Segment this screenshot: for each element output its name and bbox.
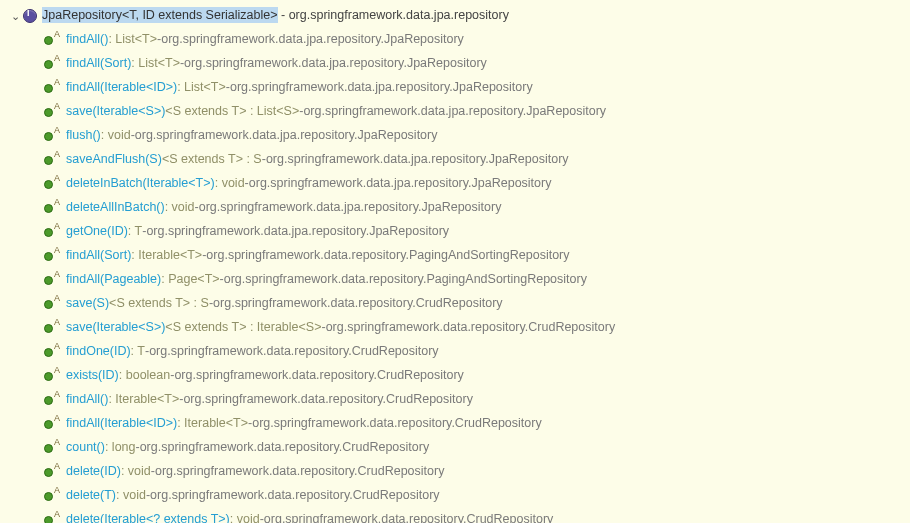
method-location: org.springframework.data.repository.Crud… [174, 369, 463, 383]
method-row[interactable]: A save(Iterable<S>) <S extends T> : List… [8, 100, 902, 124]
method-return: : List<T> [108, 33, 157, 47]
method-location: org.springframework.data.jpa.repository.… [230, 81, 533, 95]
method-name: flush() [66, 129, 101, 143]
method-name: deleteAllInBatch() [66, 201, 165, 215]
method-public-icon: A [44, 440, 62, 456]
method-return: <S extends T> : List<S> [165, 105, 299, 119]
method-public-icon: A [44, 224, 62, 240]
method-name: findAll(Sort) [66, 249, 131, 263]
method-return: : void [230, 513, 260, 523]
method-name: count() [66, 441, 105, 455]
method-row[interactable]: A getOne(ID) : T - org.springframework.d… [8, 220, 902, 244]
method-row[interactable]: A deleteInBatch(Iterable<T>) : void - or… [8, 172, 902, 196]
method-return: : Iterable<T> [108, 393, 179, 407]
method-row[interactable]: A deleteAllInBatch() : void - org.spring… [8, 196, 902, 220]
method-public-icon: A [44, 488, 62, 504]
method-row[interactable]: A findAll() : Iterable<T> - org.springfr… [8, 388, 902, 412]
method-return: : boolean [119, 369, 170, 383]
method-location: org.springframework.data.jpa.repository.… [161, 33, 464, 47]
expand-arrow-icon[interactable]: ⌄ [8, 10, 22, 22]
method-public-icon: A [44, 296, 62, 312]
method-name: getOne(ID) [66, 225, 128, 239]
method-return: <S extends T> : Iterable<S> [165, 321, 321, 335]
method-public-icon: A [44, 152, 62, 168]
method-row[interactable]: A findAll(Iterable<ID>) : Iterable<T> - … [8, 412, 902, 436]
method-location: org.springframework.data.repository.Pagi… [224, 273, 587, 287]
method-location: org.springframework.data.repository.Pagi… [206, 249, 569, 263]
method-name: saveAndFlush(S) [66, 153, 162, 167]
method-name: delete(T) [66, 489, 116, 503]
method-return: : void [165, 201, 195, 215]
method-name: delete(ID) [66, 465, 121, 479]
method-location: org.springframework.data.repository.Crud… [326, 321, 615, 335]
method-return: <S extends T> : S [162, 153, 262, 167]
method-name: findAll(Pageable) [66, 273, 161, 287]
method-return: : void [215, 177, 245, 191]
method-row[interactable]: A findAll() : List<T> - org.springframew… [8, 28, 902, 52]
class-package: org.springframework.data.jpa.repository [289, 8, 509, 22]
method-name: deleteInBatch(Iterable<T>) [66, 177, 215, 191]
class-fqn: JpaRepository<T, ID extends Serializable… [42, 9, 509, 23]
method-public-icon: A [44, 248, 62, 264]
method-return: : T [131, 345, 145, 359]
method-name: save(Iterable<S>) [66, 105, 165, 119]
method-row[interactable]: A flush() : void - org.springframework.d… [8, 124, 902, 148]
method-return: : long [105, 441, 136, 455]
method-public-icon: A [44, 272, 62, 288]
method-location: org.springframework.data.repository.Crud… [149, 345, 438, 359]
method-public-icon: A [44, 416, 62, 432]
method-row[interactable]: A findAll(Sort) : Iterable<T> - org.spri… [8, 244, 902, 268]
method-public-icon: A [44, 392, 62, 408]
method-return: : List<T> [177, 81, 226, 95]
interface-icon [22, 8, 38, 24]
method-name: findAll() [66, 393, 108, 407]
method-location: org.springframework.data.jpa.repository.… [303, 105, 606, 119]
method-location: org.springframework.data.repository.Crud… [183, 393, 472, 407]
method-name: exists(ID) [66, 369, 119, 383]
method-public-icon: A [44, 56, 62, 72]
method-name: findOne(ID) [66, 345, 131, 359]
method-row[interactable]: A findOne(ID) : T - org.springframework.… [8, 340, 902, 364]
method-return: : Iterable<T> [131, 249, 202, 263]
method-return: : T [128, 225, 142, 239]
method-location: org.springframework.data.jpa.repository.… [135, 129, 438, 143]
method-public-icon: A [44, 368, 62, 384]
method-location: org.springframework.data.repository.Crud… [213, 297, 502, 311]
method-row[interactable]: A findAll(Iterable<ID>) : List<T> - org.… [8, 76, 902, 100]
method-name: findAll(Iterable<ID>) [66, 81, 177, 95]
method-return: : Page<T> [161, 273, 219, 287]
method-row[interactable]: A save(Iterable<S>) <S extends T> : Iter… [8, 316, 902, 340]
method-name: findAll() [66, 33, 108, 47]
type-pkg-sep: - [281, 8, 289, 22]
method-location: org.springframework.data.jpa.repository.… [184, 57, 487, 71]
method-return: : void [101, 129, 131, 143]
method-location: org.springframework.data.repository.Crud… [264, 513, 553, 523]
method-public-icon: A [44, 344, 62, 360]
method-public-icon: A [44, 104, 62, 120]
method-location: org.springframework.data.repository.Crud… [252, 417, 541, 431]
method-row[interactable]: A delete(Iterable<? extends T>) : void -… [8, 508, 902, 523]
method-name: findAll(Iterable<ID>) [66, 417, 177, 431]
method-public-icon: A [44, 32, 62, 48]
method-row[interactable]: A saveAndFlush(S) <S extends T> : S - or… [8, 148, 902, 172]
method-return: : void [121, 465, 151, 479]
method-public-icon: A [44, 176, 62, 192]
method-row[interactable]: A delete(ID) : void - org.springframewor… [8, 460, 902, 484]
method-row[interactable]: A findAll(Sort) : List<T> - org.springfr… [8, 52, 902, 76]
class-name-highlight: JpaRepository<T, ID extends Serializable… [42, 7, 278, 23]
method-public-icon: A [44, 128, 62, 144]
method-public-icon: A [44, 464, 62, 480]
method-name: save(Iterable<S>) [66, 321, 165, 335]
method-row[interactable]: A count() : long - org.springframework.d… [8, 436, 902, 460]
method-public-icon: A [44, 320, 62, 336]
method-row[interactable]: A exists(ID) : boolean - org.springframe… [8, 364, 902, 388]
method-row[interactable]: A save(S) <S extends T> : S - org.spring… [8, 292, 902, 316]
method-row[interactable]: A findAll(Pageable) : Page<T> - org.spri… [8, 268, 902, 292]
class-header-row[interactable]: ⌄ JpaRepository<T, ID extends Serializab… [8, 4, 902, 28]
method-row[interactable]: A delete(T) : void - org.springframework… [8, 484, 902, 508]
method-public-icon: A [44, 80, 62, 96]
method-public-icon: A [44, 512, 62, 523]
method-location: org.springframework.data.jpa.repository.… [146, 225, 449, 239]
method-list: A findAll() : List<T> - org.springframew… [8, 28, 902, 523]
method-location: org.springframework.data.repository.Crud… [140, 441, 429, 455]
